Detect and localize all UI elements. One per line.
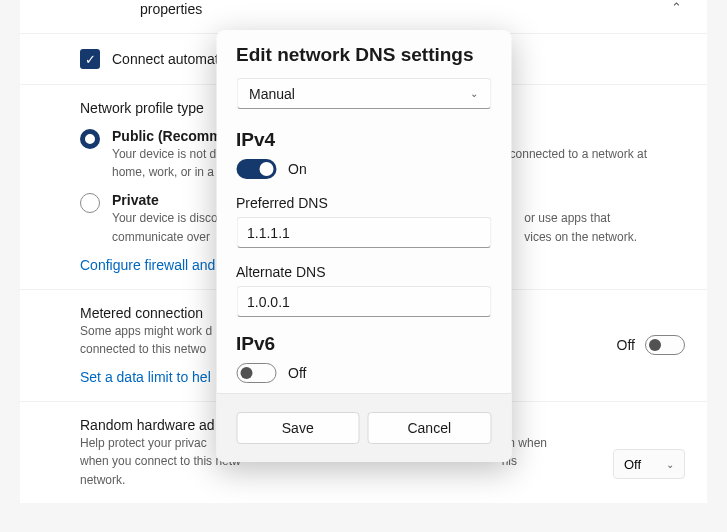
radio-private-indicator	[80, 193, 100, 213]
alternate-dns-input[interactable]	[236, 286, 491, 317]
ipv6-toggle-label: Off	[288, 365, 306, 381]
preferred-dns-label: Preferred DNS	[236, 195, 491, 211]
connect-auto-label: Connect automat	[112, 51, 219, 67]
random-hw-select-wrap: Off ⌄	[613, 449, 685, 479]
radio-public-indicator	[80, 129, 100, 149]
dns-mode-value: Manual	[249, 86, 295, 102]
dns-mode-dropdown[interactable]: Manual ⌄	[236, 78, 491, 109]
save-button[interactable]: Save	[236, 412, 360, 444]
ipv4-toggle[interactable]	[236, 159, 276, 179]
ipv4-toggle-label: On	[288, 161, 307, 177]
data-limit-link[interactable]: Set a data limit to hel	[80, 369, 211, 385]
ipv4-heading: IPv4	[236, 129, 491, 151]
random-hw-select-value: Off	[624, 457, 641, 472]
dns-settings-dialog: Edit network DNS settings Manual ⌄ IPv4 …	[216, 30, 511, 462]
public-desc-l2: home, work, or in a	[112, 164, 216, 180]
chevron-up-icon[interactable]: ⌃	[671, 0, 682, 15]
cancel-button[interactable]: Cancel	[368, 412, 492, 444]
public-desc-l1: Your device is not d	[112, 146, 216, 162]
metered-toggle-wrap: Off	[617, 335, 685, 355]
configure-firewall-link[interactable]: Configure firewall and	[80, 257, 215, 273]
dialog-title: Edit network DNS settings	[236, 44, 491, 66]
private-desc-l1: Your device is disco	[112, 210, 218, 226]
chevron-down-icon: ⌄	[666, 459, 674, 470]
metered-off-label: Off	[617, 337, 635, 353]
properties-label: properties	[140, 1, 202, 17]
random-hw-select[interactable]: Off ⌄	[613, 449, 685, 479]
check-icon: ✓	[85, 52, 96, 67]
chevron-down-icon: ⌄	[470, 88, 478, 99]
private-desc-l2: communicate over	[112, 229, 218, 245]
private-desc-r1: or use apps that	[524, 210, 637, 226]
checkbox-box: ✓	[80, 49, 100, 69]
metered-toggle[interactable]	[645, 335, 685, 355]
private-desc-r2: vices on the network.	[524, 229, 637, 245]
random-hw-l3: network.	[80, 472, 241, 488]
alternate-dns-label: Alternate DNS	[236, 264, 491, 280]
ipv6-toggle[interactable]	[236, 363, 276, 383]
connect-auto-checkbox[interactable]: ✓ Connect automat	[80, 49, 219, 69]
ipv6-heading: IPv6	[236, 333, 491, 355]
preferred-dns-input[interactable]	[236, 217, 491, 248]
public-desc-r1: connected to a network at	[510, 146, 647, 162]
